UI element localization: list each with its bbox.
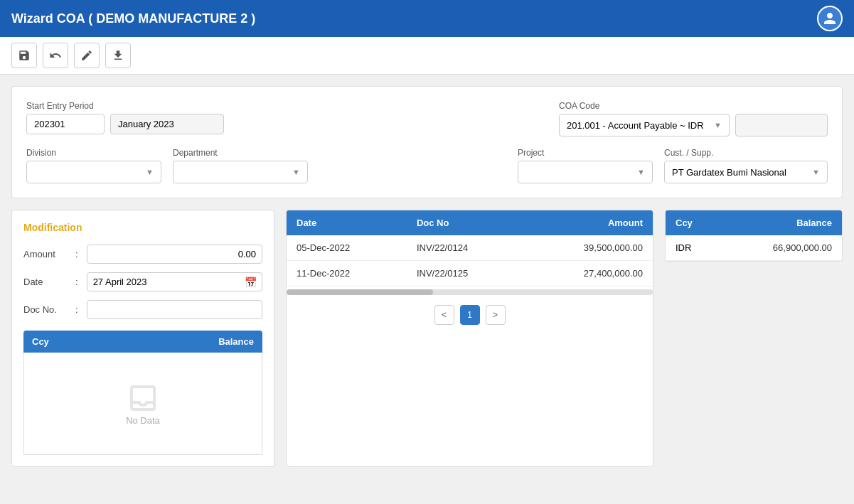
top-card: Start Entry Period 202301 January 2023 C…: [11, 86, 843, 198]
entry-period-code-input[interactable]: 202301: [26, 114, 105, 134]
chevron-down-icon: ▼: [812, 168, 820, 176]
docno-row: Doc No. :: [23, 300, 262, 319]
docno-label: Doc No.: [23, 304, 70, 315]
project-group: Project ▼: [518, 148, 653, 183]
amount-label: Amount: [23, 249, 70, 259]
balance-cell: 66,900,000.00: [773, 242, 832, 253]
date-input-wrap: 27 April 2023 📅: [87, 272, 262, 291]
chevron-down-icon: ▼: [714, 121, 722, 129]
ccy-balance-header: Ccy Balance: [23, 331, 262, 353]
no-data-container: No Data: [23, 353, 262, 455]
amount-row: Amount : 0.00: [23, 245, 262, 264]
lower-section: Modification Amount : 0.00 Date : 27 Apr…: [11, 210, 843, 467]
save-icon: [18, 49, 31, 62]
date-column-header: Date: [287, 210, 407, 235]
coa-code-select[interactable]: 201.001 - Account Payable ~ IDR ▼: [559, 114, 730, 136]
modification-title: Modification: [23, 222, 262, 233]
entry-period-name-input[interactable]: January 2023: [110, 114, 224, 134]
docno-input[interactable]: [87, 300, 262, 319]
division-group: Division ▼: [26, 148, 161, 183]
prev-page-button[interactable]: <: [434, 305, 454, 325]
date-cell: 11-Dec-2022: [287, 261, 407, 286]
project-label: Project: [518, 148, 653, 158]
next-page-button[interactable]: >: [486, 305, 506, 325]
cust-supp-select[interactable]: PT Gardatex Bumi Nasional ▼: [664, 161, 828, 183]
undo-icon: [49, 49, 62, 62]
entry-period-group: Start Entry Period 202301 January 2023: [26, 101, 224, 134]
user-avatar[interactable]: [817, 6, 843, 31]
undo-button[interactable]: [43, 43, 68, 68]
date-cell: 05-Dec-2022: [287, 235, 407, 261]
entry-period-label: Start Entry Period: [26, 101, 224, 111]
horizontal-scrollbar[interactable]: [287, 289, 653, 295]
date-input[interactable]: 27 April 2023: [87, 272, 262, 291]
docno-cell: INV/22/0125: [407, 261, 523, 286]
header-title: Wizard COA ( DEMO MANUFACTURE 2 ): [11, 11, 255, 26]
date-label: Date: [23, 277, 70, 287]
cust-supp-label: Cust. / Supp.: [664, 148, 828, 158]
pagination: < 1 >: [287, 298, 653, 332]
date-row: Date : 27 April 2023 📅: [23, 272, 262, 291]
docno-cell: INV/22/0124: [407, 235, 523, 261]
amount-input[interactable]: 0.00: [87, 245, 262, 264]
amount-column-header: Amount: [523, 210, 653, 235]
table-row[interactable]: 05-Dec-2022 INV/22/0124 39,500,000.00: [287, 235, 653, 261]
department-group: Department ▼: [173, 148, 308, 183]
list-item: IDR 66,900,000.00: [666, 235, 842, 261]
coa-label: COA Code: [559, 101, 828, 111]
department-select[interactable]: ▼: [173, 161, 308, 183]
division-label: Division: [26, 148, 161, 158]
chevron-down-icon: ▼: [637, 168, 645, 176]
ccy-cell: IDR: [676, 242, 691, 253]
export-button[interactable]: [105, 43, 131, 68]
department-label: Department: [173, 148, 308, 158]
header: Wizard COA ( DEMO MANUFACTURE 2 ): [0, 0, 854, 37]
table-row[interactable]: 11-Dec-2022 INV/22/0125 27,400,000.00: [287, 261, 653, 286]
save-button[interactable]: [11, 43, 37, 68]
transactions-table: Date Doc No Amount 05-Dec-2022 INV/22/01…: [287, 210, 653, 286]
transactions-panel: Date Doc No Amount 05-Dec-2022 INV/22/01…: [286, 210, 653, 467]
amount-cell: 39,500,000.00: [523, 235, 653, 261]
division-select[interactable]: ▼: [26, 161, 161, 183]
coa-credit-input: IDR - Credit: [735, 114, 828, 136]
calendar-icon[interactable]: 📅: [245, 277, 257, 288]
modification-panel: Modification Amount : 0.00 Date : 27 Apr…: [11, 210, 274, 467]
edit-button[interactable]: [74, 43, 100, 68]
ccy-right-panel: Ccy Balance IDR 66,900,000.00: [665, 210, 843, 262]
no-data-text: No Data: [126, 415, 160, 426]
user-icon: [823, 11, 837, 26]
scrollbar-thumb: [287, 289, 433, 295]
export-icon: [112, 49, 124, 62]
chevron-down-icon: ▼: [292, 168, 300, 176]
main-content: Start Entry Period 202301 January 2023 C…: [0, 75, 854, 478]
edit-icon: [80, 49, 93, 62]
transactions-header-row: Date Doc No Amount: [287, 210, 653, 235]
docno-column-header: Doc No: [407, 210, 523, 235]
current-page-button[interactable]: 1: [460, 305, 480, 325]
coa-group: COA Code 201.001 - Account Payable ~ IDR…: [559, 101, 828, 136]
project-select[interactable]: ▼: [518, 161, 653, 183]
amount-cell: 27,400,000.00: [523, 261, 653, 286]
cust-supp-group: Cust. / Supp. PT Gardatex Bumi Nasional …: [664, 148, 828, 183]
ccy-right-header: Ccy Balance: [666, 210, 842, 235]
toolbar: [0, 37, 854, 75]
no-data-icon: [126, 381, 160, 415]
chevron-down-icon: ▼: [146, 168, 154, 176]
